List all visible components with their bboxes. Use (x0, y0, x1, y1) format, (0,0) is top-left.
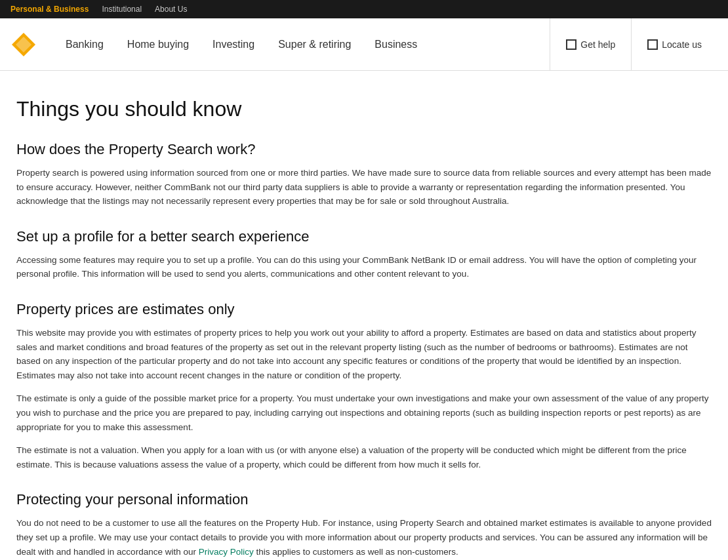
nav-links: Banking Home buying Investing Super & re… (56, 39, 550, 50)
section-heading-4: Protecting your personal information (16, 491, 712, 508)
top-bar-personal-business[interactable]: Personal & Business (10, 5, 89, 14)
section-3-para-2: The estimate is only a guide of the poss… (16, 391, 712, 434)
section-4-para-1: You do not need to be a customer to use … (16, 516, 712, 559)
nav-investing[interactable]: Investing (203, 39, 264, 50)
section-2-para-1: Accessing some features may require you … (16, 253, 712, 281)
main-content: Things you should know How does the Prop… (3, 71, 725, 560)
get-help-button[interactable]: Get help (550, 18, 632, 71)
section-heading-1: How does the Property Search work? (16, 141, 712, 158)
locate-us-button[interactable]: Locate us (632, 18, 718, 71)
nav-super-retiring[interactable]: Super & retiring (269, 39, 360, 50)
section-3-para-3: The estimate is not a valuation. When yo… (16, 443, 712, 471)
nav-banking[interactable]: Banking (56, 39, 113, 50)
section-3-para-1: This website may provide you with estima… (16, 326, 712, 382)
nav-right-actions: Get help Locate us (550, 18, 718, 71)
top-bar: Personal & Business Institutional About … (0, 0, 728, 18)
nav-business[interactable]: Business (365, 39, 426, 50)
top-bar-institutional[interactable]: Institutional (102, 5, 142, 14)
section-heading-3: Property prices are estimates only (16, 301, 712, 318)
nav-home-buying[interactable]: Home buying (118, 39, 198, 50)
privacy-policy-link[interactable]: Privacy Policy (199, 547, 254, 557)
page-title: Things you should know (16, 97, 712, 121)
locate-us-icon (647, 39, 658, 50)
get-help-icon (566, 39, 576, 50)
locate-us-label: Locate us (662, 39, 702, 50)
section-heading-2: Set up a profile for a better search exp… (16, 228, 712, 245)
get-help-label: Get help (580, 39, 615, 50)
nav-bar: Banking Home buying Investing Super & re… (0, 18, 728, 71)
cba-logo[interactable] (10, 31, 37, 58)
section-1-para-1: Property search is powered using informa… (16, 166, 712, 209)
top-bar-about-us[interactable]: About Us (155, 5, 187, 14)
